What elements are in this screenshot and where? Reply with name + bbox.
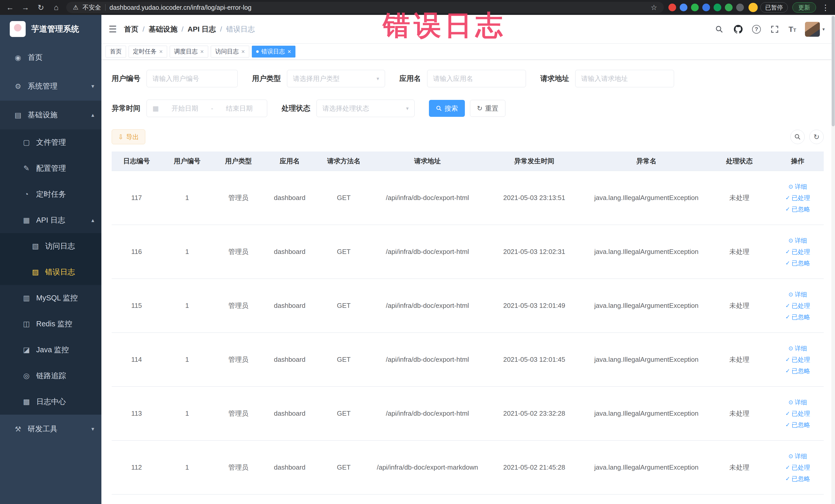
sidebar-logo-row[interactable]: 芋道管理系统 xyxy=(0,15,101,43)
extension-icon[interactable] xyxy=(691,4,699,11)
breadcrumb-item[interactable]: 基础设施 xyxy=(149,24,177,34)
hamburger-icon[interactable]: ☰ xyxy=(101,24,124,35)
github-icon[interactable] xyxy=(733,24,744,35)
detail-link[interactable]: ⊙详细 xyxy=(788,183,807,191)
chevron-down-icon: ▾ xyxy=(91,426,94,432)
sidebar-item-java-monitor[interactable]: ◪ Java 监控 xyxy=(0,337,101,363)
detail-link[interactable]: ⊙详细 xyxy=(788,290,807,299)
paused-badge[interactable]: 已暂停 xyxy=(760,2,788,13)
scrollbar-thumb[interactable] xyxy=(832,16,835,126)
sidebar-item-mysql-monitor[interactable]: ▥ MySQL 监控 xyxy=(0,285,101,311)
app-name-input[interactable] xyxy=(427,70,526,87)
processed-link[interactable]: ✓已处理 xyxy=(785,194,810,202)
scrollbar[interactable] xyxy=(831,15,835,504)
sidebar-item-config-mgmt[interactable]: ✎ 配置管理 xyxy=(0,155,101,181)
breadcrumb-item[interactable]: 首页 xyxy=(124,24,138,34)
sidebar-item-redis-monitor[interactable]: ◫ Redis 监控 xyxy=(0,311,101,337)
request-url-cell: /api/infra/db-doc/export-html xyxy=(372,356,483,364)
breadcrumb-item[interactable]: API 日志 xyxy=(188,24,216,34)
extension-icon[interactable] xyxy=(714,4,721,11)
close-icon[interactable]: × xyxy=(287,48,291,55)
processed-link[interactable]: ✓已处理 xyxy=(785,463,810,472)
sidebar-item-home[interactable]: ◉ 首页 xyxy=(0,43,101,72)
reload-icon[interactable]: ↻ xyxy=(36,3,46,12)
forward-icon[interactable]: → xyxy=(20,3,31,12)
exception-time-cell: 2021-05-02 23:32:28 xyxy=(483,409,586,418)
process-status-select[interactable]: 请选择处理状态 ▾ xyxy=(317,100,414,117)
sidebar-item-label: 研发工具 xyxy=(28,424,58,434)
exception-time-range-picker[interactable]: ▦ 开始日期 - 结束日期 xyxy=(147,100,267,117)
detail-link[interactable]: ⊙详细 xyxy=(788,237,807,245)
tab-home[interactable]: 首页 xyxy=(105,46,126,58)
extension-icon[interactable] xyxy=(725,4,733,11)
processed-link[interactable]: ✓已处理 xyxy=(785,248,810,256)
detail-link[interactable]: ⊙详细 xyxy=(788,344,807,352)
address-bar[interactable]: ⚠ 不安全 dashboard.yudao.iocoder.cn/infra/l… xyxy=(66,2,664,13)
url-text[interactable]: dashboard.yudao.iocoder.cn/infra/log/api… xyxy=(109,4,251,11)
update-button[interactable]: 更新 xyxy=(792,2,816,13)
search-button[interactable]: 搜索 xyxy=(429,100,465,117)
refresh-button[interactable]: ↻ xyxy=(809,130,824,144)
user-id-cell: 1 xyxy=(161,409,213,418)
extension-icon[interactable] xyxy=(680,4,687,11)
detail-link[interactable]: ⊙详细 xyxy=(788,452,807,460)
font-size-icon[interactable]: TT xyxy=(789,25,796,34)
tab-schedule-log[interactable]: 调度日志 × xyxy=(170,46,208,58)
sidebar-item-access-log[interactable]: ▧ 访问日志 xyxy=(0,233,101,259)
fullscreen-icon[interactable] xyxy=(770,24,780,35)
ignored-link[interactable]: ✓已忽略 xyxy=(785,367,810,375)
back-icon[interactable]: ← xyxy=(5,3,15,12)
extension-icon[interactable] xyxy=(702,4,710,11)
infrastructure-icon: ▤ xyxy=(13,111,23,119)
export-button[interactable]: ⇩ 导出 xyxy=(111,129,145,144)
tab-access-log[interactable]: 访问日志 × xyxy=(211,46,249,58)
user-id-cell: 1 xyxy=(161,463,213,471)
sidebar-item-infra[interactable]: ▤ 基础设施 ▴ xyxy=(0,101,101,129)
sidebar-item-api-log[interactable]: ▦ API 日志 ▴ xyxy=(0,207,101,233)
processed-link[interactable]: ✓已处理 xyxy=(785,302,810,310)
sidebar-item-scheduled-jobs[interactable]: ◔ 定时任务 xyxy=(0,181,101,207)
method-cell: GET xyxy=(315,409,372,418)
close-icon[interactable]: × xyxy=(241,48,245,55)
sidebar-item-devtools[interactable]: ⚒ 研发工具 ▾ xyxy=(0,415,101,443)
extension-icon[interactable] xyxy=(736,4,744,11)
caret-down-icon: ▾ xyxy=(822,26,825,32)
processed-link[interactable]: ✓已处理 xyxy=(785,356,810,364)
sidebar-item-system[interactable]: ⚙ 系统管理 ▾ xyxy=(0,72,101,101)
search-button-label: 搜索 xyxy=(445,104,458,113)
user-avatar[interactable]: ▾ xyxy=(805,22,825,37)
status-cell: 未处理 xyxy=(707,301,772,310)
close-icon[interactable]: × xyxy=(200,48,204,55)
tab-scheduled-jobs[interactable]: 定时任务 × xyxy=(128,46,167,58)
ignored-link[interactable]: ✓已忽略 xyxy=(785,259,810,267)
user-type-select[interactable]: 请选择用户类型 ▾ xyxy=(287,70,385,87)
extension-icon[interactable] xyxy=(668,4,676,11)
toggle-search-button[interactable] xyxy=(790,130,805,144)
close-icon[interactable]: × xyxy=(159,48,163,55)
profile-avatar-icon[interactable] xyxy=(749,3,758,12)
user-id-input[interactable] xyxy=(147,70,238,87)
help-icon[interactable]: ? xyxy=(752,25,761,34)
tab-error-log[interactable]: 错误日志 × xyxy=(252,46,296,58)
home-icon[interactable]: ⌂ xyxy=(51,3,62,12)
sidebar-item-file-mgmt[interactable]: ▢ 文件管理 xyxy=(0,129,101,155)
actions-cell: ⊙详细 ✓已处理 ✓已忽略 xyxy=(772,183,824,213)
ignored-link[interactable]: ✓已忽略 xyxy=(785,421,810,429)
sidebar-item-tracing[interactable]: ◎ 链路追踪 xyxy=(0,363,101,389)
ignored-link[interactable]: ✓已忽略 xyxy=(785,313,810,321)
reset-button[interactable]: ↻ 重置 xyxy=(470,100,505,117)
detail-link[interactable]: ⊙详细 xyxy=(788,398,807,406)
browser-menu-icon[interactable]: ⋮ xyxy=(821,3,830,12)
sidebar-item-log-center[interactable]: ▩ 日志中心 xyxy=(0,389,101,415)
breadcrumb: 首页 / 基础设施 / API 日志 / 错误日志 xyxy=(124,24,255,34)
bookmark-star-icon[interactable]: ☆ xyxy=(651,3,657,12)
search-icon xyxy=(794,134,801,140)
processed-link[interactable]: ✓已处理 xyxy=(785,409,810,418)
sidebar-item-error-log[interactable]: ▨ 错误日志 xyxy=(0,259,101,285)
request-url-input[interactable] xyxy=(575,70,674,87)
ignored-link[interactable]: ✓已忽略 xyxy=(785,205,810,213)
search-icon[interactable] xyxy=(714,24,725,35)
ignored-link[interactable]: ✓已忽略 xyxy=(785,475,810,483)
filter-row-2: 异常时间 ▦ 开始日期 - 结束日期 处理状态 请选择处理状态 ▾ xyxy=(111,100,824,117)
sidebar-item-label: Redis 监控 xyxy=(36,319,72,329)
